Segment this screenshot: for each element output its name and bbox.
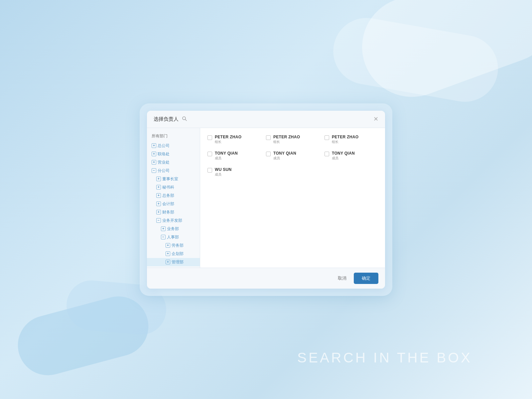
person-role-2: 组长 — [332, 140, 358, 144]
department-tree-panel: 所有部门 +总公司+联络处+营业处−分公司+董事长室+秘书科+总务部+会计部+财… — [147, 128, 200, 268]
person-role-4: 成员 — [273, 156, 296, 161]
tree-toggle-branch[interactable]: − — [152, 168, 156, 173]
person-card-0[interactable]: PETER ZHAO组长 — [205, 133, 263, 146]
tree-toggle-network[interactable]: + — [152, 152, 156, 156]
tree-label-board: 董事长室 — [162, 176, 178, 182]
tree-toggle-bizdev[interactable]: − — [156, 218, 161, 223]
person-role-0: 组长 — [215, 140, 241, 144]
person-checkbox-6[interactable] — [207, 168, 212, 173]
tree-toggle-sales[interactable]: + — [161, 226, 166, 231]
tree-label-general: 总公司 — [158, 143, 170, 149]
person-checkbox-1[interactable] — [266, 135, 271, 140]
tree-label-secretary: 秘书科 — [162, 185, 174, 190]
dialog-body: 所有部门 +总公司+联络处+营业处−分公司+董事长室+秘书科+总务部+会计部+财… — [147, 128, 385, 268]
person-list-panel: PETER ZHAO组长PETER ZHAO组长PETER ZHAO组长TONY… — [200, 128, 385, 268]
tree-toggle-board[interactable]: + — [156, 177, 161, 181]
person-card-2[interactable]: PETER ZHAO组长 — [323, 133, 380, 146]
person-role-3: 成员 — [215, 156, 238, 161]
person-role-1: 组长 — [273, 140, 300, 144]
tree-item-general[interactable]: +总公司 — [147, 142, 200, 150]
person-checkbox-5[interactable] — [325, 152, 329, 156]
tree-label-marketing: 营业处 — [158, 160, 170, 165]
person-info-2: PETER ZHAO组长 — [332, 135, 358, 144]
svg-line-1 — [185, 119, 187, 121]
person-name-3: TONY QIAN — [215, 151, 238, 156]
person-info-4: TONY QIAN成员 — [273, 151, 296, 161]
person-card-5[interactable]: TONY QIAN成员 — [323, 149, 380, 163]
person-info-1: PETER ZHAO组长 — [273, 135, 300, 144]
tree-toggle-planning[interactable]: + — [166, 251, 170, 256]
tree-toggle-marketing[interactable]: + — [152, 160, 156, 165]
person-name-4: TONY QIAN — [273, 151, 296, 156]
tree-toggle-hr[interactable]: − — [161, 235, 166, 239]
tree-item-bizdev[interactable]: −业务开发部 — [147, 216, 200, 225]
close-button[interactable]: ✕ — [373, 116, 378, 122]
tree-label-planning: 企划部 — [172, 251, 184, 257]
tree-item-planning[interactable]: +企划部 — [147, 250, 200, 258]
tree-label-admin: 总务部 — [162, 193, 174, 199]
tree-label-sales: 业务部 — [167, 226, 179, 232]
tree-item-labor[interactable]: +劳务部 — [147, 241, 200, 250]
person-card-4[interactable]: TONY QIAN成员 — [264, 149, 321, 163]
person-name-0: PETER ZHAO — [215, 135, 241, 139]
person-name-1: PETER ZHAO — [273, 135, 300, 139]
tree-toggle-admin[interactable]: + — [156, 193, 161, 198]
person-card-6[interactable]: WU SUN成员 — [205, 165, 263, 179]
search-icon[interactable] — [182, 116, 187, 122]
tree-container: +总公司+联络处+营业处−分公司+董事长室+秘书科+总务部+会计部+财务部−业务… — [147, 142, 200, 268]
tree-item-management[interactable]: +管理部 — [147, 258, 200, 266]
person-role-6: 成员 — [215, 172, 231, 177]
outer-card: 选择负责人 ✕ 所有部门 +总公司+联络处+营业处−分公司+董事长室+秘书科+总… — [140, 103, 392, 296]
select-person-dialog: 选择负责人 ✕ 所有部门 +总公司+联络处+营业处−分公司+董事长室+秘书科+总… — [147, 111, 385, 289]
tree-label-bizdev: 业务开发部 — [162, 218, 182, 223]
person-checkbox-0[interactable] — [207, 135, 212, 140]
tree-item-network[interactable]: +联络处 — [147, 150, 200, 158]
tree-item-marketing[interactable]: +营业处 — [147, 158, 200, 167]
tree-item-finance[interactable]: +财务部 — [147, 208, 200, 216]
bottom-tagline: SEARCH IN THE BOX — [297, 350, 472, 366]
tree-label-branch: 分公司 — [158, 168, 170, 174]
person-name-6: WU SUN — [215, 167, 231, 172]
tree-label-hr: 人事部 — [167, 234, 179, 240]
person-card-3[interactable]: TONY QIAN成员 — [205, 149, 263, 163]
tree-label-accounting: 会计部 — [162, 201, 174, 207]
tree-item-legal[interactable]: +法律部 — [147, 266, 200, 268]
person-name-5: TONY QIAN — [332, 151, 355, 156]
person-role-5: 成员 — [332, 156, 355, 161]
dialog-header: 选择负责人 ✕ — [147, 111, 385, 128]
person-info-0: PETER ZHAO组长 — [215, 135, 241, 144]
tree-toggle-finance[interactable]: + — [156, 210, 161, 214]
confirm-button[interactable]: 确定 — [354, 273, 378, 284]
tree-toggle-accounting[interactable]: + — [156, 201, 161, 206]
dialog-footer: 取消 确定 — [147, 268, 385, 289]
tree-toggle-secretary[interactable]: + — [156, 185, 161, 190]
tree-item-branch[interactable]: −分公司 — [147, 167, 200, 175]
person-checkbox-4[interactable] — [266, 152, 271, 156]
person-name-2: PETER ZHAO — [332, 135, 358, 139]
tree-toggle-general[interactable]: + — [152, 143, 156, 148]
tree-label-network: 联络处 — [158, 151, 170, 157]
person-card-1[interactable]: PETER ZHAO组长 — [264, 133, 321, 146]
person-checkbox-2[interactable] — [325, 135, 329, 140]
tree-item-board[interactable]: +董事长室 — [147, 175, 200, 183]
person-checkbox-3[interactable] — [207, 152, 212, 156]
tree-item-secretary[interactable]: +秘书科 — [147, 183, 200, 192]
person-info-5: TONY QIAN成员 — [332, 151, 355, 161]
tree-item-hr[interactable]: −人事部 — [147, 233, 200, 241]
tree-toggle-labor[interactable]: + — [166, 243, 170, 248]
tree-item-sales[interactable]: +业务部 — [147, 225, 200, 233]
tree-label-labor: 劳务部 — [172, 243, 184, 248]
tree-item-accounting[interactable]: +会计部 — [147, 200, 200, 208]
person-info-6: WU SUN成员 — [215, 167, 231, 177]
person-info-3: TONY QIAN成员 — [215, 151, 238, 161]
tree-label-management: 管理部 — [172, 259, 184, 265]
tree-toggle-management[interactable]: + — [166, 260, 170, 264]
tree-item-admin[interactable]: +总务部 — [147, 192, 200, 200]
tree-label-finance: 财务部 — [162, 209, 174, 215]
tree-section-label: 所有部门 — [147, 131, 200, 142]
dialog-title: 选择负责人 — [154, 116, 179, 122]
cancel-button[interactable]: 取消 — [334, 273, 350, 283]
